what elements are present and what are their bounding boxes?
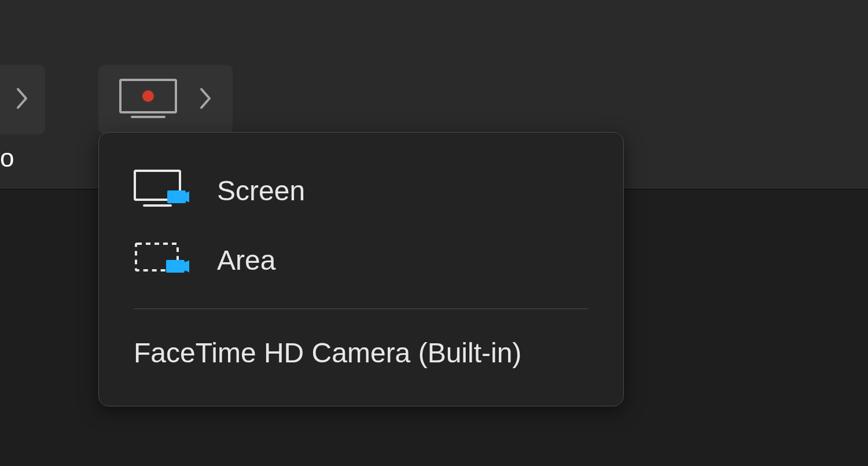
- menu-item-label: Area: [217, 244, 275, 276]
- screen-record-icon: [134, 170, 189, 211]
- area-record-icon: [134, 239, 189, 281]
- menu-divider: [134, 309, 589, 309]
- menu-item-label: FaceTime HD Camera (Built-in): [134, 337, 521, 368]
- toolbar-prev-button[interactable]: [0, 65, 45, 134]
- toolbar-partial-label: o: [0, 144, 14, 173]
- svg-rect-7: [166, 260, 185, 273]
- menu-item-label: Screen: [217, 175, 305, 207]
- record-monitor-icon: [118, 78, 178, 122]
- menu-item-area[interactable]: Area: [99, 225, 623, 295]
- svg-point-2: [142, 90, 154, 102]
- chevron-right-icon: [16, 87, 30, 112]
- menu-item-screen[interactable]: Screen: [99, 156, 623, 225]
- record-source-dropdown: Screen Area FaceTime HD Camera (Built-in…: [98, 132, 624, 406]
- chevron-right-icon: [199, 87, 213, 112]
- svg-rect-5: [167, 190, 186, 203]
- menu-item-camera[interactable]: FaceTime HD Camera (Built-in): [99, 323, 623, 383]
- record-screen-button[interactable]: [98, 65, 233, 134]
